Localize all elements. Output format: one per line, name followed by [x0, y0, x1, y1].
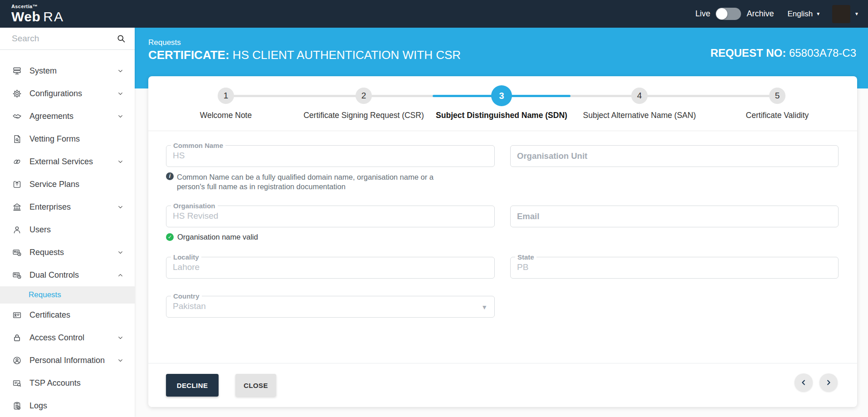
page-title-text: HS CLIENT AUTHENTICATION WITH CSR [229, 48, 461, 62]
handshake-icon [12, 112, 22, 121]
organisation-field[interactable]: Organisation HS Revised [166, 206, 495, 227]
next-step-button[interactable] [819, 373, 838, 392]
organisation-label: Organisation [171, 202, 218, 210]
gear-icon [12, 89, 22, 98]
link-icon [12, 157, 22, 167]
organisation-unit-field[interactable]: Organisation Unit [510, 145, 839, 167]
sidebar-item-label: Agreements [29, 112, 117, 121]
chevron-down-icon: ▼ [816, 11, 820, 16]
sidebar: System Configurations Agreements Vetting… [0, 28, 135, 417]
archive-label[interactable]: Archive [746, 9, 774, 19]
info-icon: i [166, 172, 174, 180]
brand-ra: RA [43, 9, 64, 24]
step-4-circle[interactable]: 4 [631, 88, 648, 104]
sidebar-item-label: Requests [29, 248, 117, 257]
organisation-valid-text: Organisation name valid [177, 233, 258, 241]
state-field[interactable]: State PB [510, 257, 839, 279]
bank-icon [12, 202, 22, 212]
sidebar-item-label: External Services [29, 157, 117, 167]
sidebar-item-agreements[interactable]: Agreements [0, 105, 135, 128]
step-5-circle[interactable]: 5 [769, 88, 785, 104]
country-value: Pakistan [166, 296, 494, 311]
brand-ascertia: Ascertia™ [11, 4, 64, 9]
live-label[interactable]: Live [695, 9, 710, 19]
top-bar: Ascertia™ WebRA Live Archive English ▼ ▼ [0, 0, 868, 28]
dropdown-caret-icon: ▼ [481, 304, 488, 311]
sidebar-item-requests[interactable]: Requests [0, 241, 135, 264]
common-name-hint-text: Common Name can be a fully qualified dom… [177, 172, 456, 191]
sidebar-item-label: Service Plans [29, 180, 124, 189]
country-label: Country [171, 292, 202, 300]
locality-label: Locality [171, 253, 201, 261]
sidebar-item-personal-information[interactable]: Personal Information [0, 349, 135, 372]
brand-web: Web [11, 9, 40, 24]
sidebar-item-label: Users [29, 225, 124, 235]
sidebar-item-dual-controls[interactable]: Dual Controls [0, 264, 135, 286]
search-icon[interactable] [117, 34, 126, 43]
request-card-icon [12, 248, 22, 257]
common-name-field[interactable]: Common Name HS [166, 145, 495, 167]
sidebar-item-label: System [29, 66, 117, 76]
app-logo: Ascertia™ WebRA [11, 4, 64, 24]
step-1-circle[interactable]: 1 [218, 88, 234, 104]
sidebar-item-logs[interactable]: Logs [0, 394, 135, 417]
sidebar-item-system[interactable]: System [0, 59, 135, 82]
sidebar-search [0, 28, 135, 50]
request-number-label: REQUEST NO: [711, 47, 786, 59]
search-input[interactable] [0, 28, 104, 49]
footer-divider [148, 363, 857, 363]
email-field[interactable]: Email [510, 206, 839, 227]
user-circle-icon [12, 356, 22, 365]
locality-value: Lahore [166, 257, 494, 272]
close-button[interactable]: CLOSE [235, 374, 276, 397]
step-3-circle[interactable]: 3 [491, 85, 512, 106]
avatar[interactable] [832, 5, 850, 23]
sidebar-item-users[interactable]: Users [0, 218, 135, 241]
language-dropdown[interactable]: English ▼ [787, 10, 820, 19]
sidebar-item-certificates[interactable]: Certificates [0, 304, 135, 326]
state-label: State [515, 253, 536, 261]
server-icon [12, 66, 22, 76]
previous-step-button[interactable] [795, 373, 813, 392]
sidebar-item-access-control[interactable]: Access Control [0, 326, 135, 349]
user-icon [12, 225, 22, 235]
sidebar-item-service-plans[interactable]: Service Plans [0, 173, 135, 196]
step-3-label: Subject Distinguished Name (SDN) [429, 111, 574, 120]
decline-button[interactable]: DECLINE [166, 374, 219, 397]
document-seal-icon [12, 134, 22, 144]
sidebar-item-label: TSP Accounts [29, 378, 124, 388]
sidebar-item-label: Configurations [29, 89, 117, 98]
sidebar-item-label: Enterprises [29, 202, 117, 212]
organisation-unit-placeholder: Organisation Unit [511, 146, 838, 167]
chevron-up-icon [117, 272, 124, 279]
common-name-label: Common Name [171, 142, 225, 149]
live-archive-toggle[interactable] [716, 8, 741, 20]
step-1-label: Welcome Note [153, 111, 298, 120]
page-title: CERTIFICATE: HS CLIENT AUTHENTICATION WI… [148, 48, 461, 62]
locality-field[interactable]: Locality Lahore [166, 257, 495, 279]
sidebar-item-vetting-forms[interactable]: Vetting Forms [0, 128, 135, 150]
sidebar-item-tsp-accounts[interactable]: TSP Accounts [0, 372, 135, 394]
sidebar-item-configurations[interactable]: Configurations [0, 82, 135, 105]
language-label: English [787, 10, 813, 19]
dual-controls-icon [12, 270, 22, 280]
country-select[interactable]: Country Pakistan ▼ [166, 296, 495, 318]
sidebar-item-label: Personal Information [29, 356, 117, 365]
stepper-divider [148, 131, 857, 131]
step-2-label: Certificate Signing Request (CSR) [291, 111, 436, 120]
chevron-down-icon [117, 113, 124, 120]
sidebar-item-external-services[interactable]: External Services [0, 150, 135, 173]
chevron-down-icon [117, 249, 124, 256]
sidebar-item-label: Vetting Forms [29, 134, 124, 144]
sidebar-nav: System Configurations Agreements Vetting… [0, 50, 135, 417]
avatar-chevron-down-icon[interactable]: ▼ [854, 11, 859, 16]
sidebar-item-enterprises[interactable]: Enterprises [0, 196, 135, 218]
sidebar-subitem-requests-active[interactable]: Requests [0, 286, 135, 304]
request-number: REQUEST NO: 65803A78-C3 [711, 47, 856, 59]
sidebar-subitem-label: Requests [29, 290, 61, 299]
chevron-right-icon [824, 378, 833, 387]
page-title-prefix: CERTIFICATE: [148, 48, 229, 62]
toggle-knob [716, 8, 727, 20]
step-2-circle[interactable]: 2 [356, 88, 372, 104]
organisation-valid-message: ✓ Organisation name valid [166, 233, 258, 241]
